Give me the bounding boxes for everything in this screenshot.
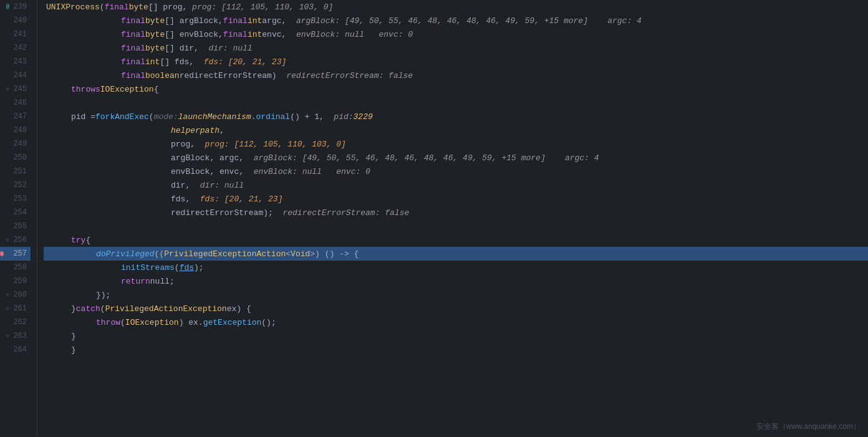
code-line-256: try { <box>44 233 868 247</box>
code-line-253: fds, fds: [20, 21, 23] <box>44 192 868 206</box>
code-line-262: throw (IOException) ex.getException(); <box>44 315 868 329</box>
line-number-263: ▽ 263 <box>0 329 31 343</box>
line-number-252: 252 <box>0 178 31 192</box>
code-area: UNIXProcess(final byte[] prog, prog: [11… <box>37 0 868 437</box>
watermark: 安全客（www.anquanke.com） <box>756 421 861 432</box>
breakpoint-257 <box>0 251 4 256</box>
line-number-258: 258 <box>0 261 31 274</box>
line-number-242: 242 <box>0 41 31 55</box>
code-line-252: dir, dir: null <box>44 178 868 192</box>
line-number-241: 241 <box>0 27 31 41</box>
code-line-260: }); <box>44 288 868 302</box>
line-numbers: @ 239 240 241 242 243 244 ▽ 245 246 <box>0 0 37 437</box>
code-line-248: helperpath, <box>44 123 868 137</box>
code-line-239: UNIXProcess(final byte[] prog, prog: [11… <box>44 0 868 14</box>
line-number-249: 249 <box>0 137 31 151</box>
line-number-256: ▽ 256 <box>0 233 31 247</box>
code-line-240: final byte[] argBlock, final int argc, a… <box>44 14 868 27</box>
line-number-251: 251 <box>0 165 31 178</box>
line-number-245: ▽ 245 <box>0 82 31 96</box>
line-number-239: @ 239 <box>0 0 31 14</box>
code-container: @ 239 240 241 242 243 244 ▽ 245 246 <box>0 0 868 437</box>
line-number-261: ▽ 261 <box>0 302 31 315</box>
fold-icon-256[interactable]: ▽ <box>4 237 11 243</box>
line-number-243: 243 <box>0 55 31 69</box>
line-number-254: 254 <box>0 206 31 219</box>
fold-icon-261[interactable]: ▽ <box>4 305 11 312</box>
code-line-259: return null; <box>44 274 868 288</box>
code-line-251: envBlock, envc, envBlock: null envc: 0 <box>44 165 868 178</box>
at-icon-239: @ <box>4 4 11 10</box>
code-line-246 <box>44 96 868 110</box>
code-line-263: } <box>44 329 868 343</box>
line-number-244: 244 <box>0 69 31 82</box>
code-line-261: } catch (PrivilegedActionException ex) { <box>44 302 868 315</box>
code-line-250: argBlock, argc, argBlock: [49, 50, 55, 4… <box>44 151 868 165</box>
code-line-247: pid = forkAndExec( mode: launchMechanism… <box>44 110 868 123</box>
code-line-243: final int[] fds, fds: [20, 21, 23] <box>44 55 868 69</box>
line-number-253: 253 <box>0 192 31 206</box>
code-line-244: final boolean redirectErrorStream) redir… <box>44 69 868 82</box>
code-line-255 <box>44 219 868 233</box>
line-number-262: 262 <box>0 315 31 329</box>
code-line-242: final byte[] dir, dir: null <box>44 41 868 55</box>
fold-icon-257[interactable]: ▽ <box>6 251 11 257</box>
line-number-259: 259 <box>0 274 31 288</box>
line-number-246: 246 <box>0 96 31 110</box>
line-number-255: 255 <box>0 219 31 233</box>
line-number-250: 250 <box>0 151 31 165</box>
fold-icon-263[interactable]: ▽ <box>4 333 11 339</box>
line-number-264: 264 <box>0 343 31 357</box>
code-line-245: throws IOException { <box>44 82 868 96</box>
line-number-248: 248 <box>0 123 31 137</box>
line-number-247: 247 <box>0 110 31 123</box>
fold-icon-260[interactable]: ▽ <box>4 292 11 298</box>
code-line-241: final byte[] envBlock, final int envc, e… <box>44 27 868 41</box>
code-line-258: initStreams(fds); <box>44 261 868 274</box>
code-line-257: doPrivileged((PrivilegedExceptionAction<… <box>44 247 868 261</box>
fold-icon-245[interactable]: ▽ <box>4 86 11 92</box>
line-number-240: 240 <box>0 14 31 27</box>
code-line-254: redirectErrorStream); redirectErrorStrea… <box>44 206 868 219</box>
line-number-260: ▽ 260 <box>0 288 31 302</box>
line-number-257: ▽ 257 <box>0 247 31 261</box>
code-line-249: prog, prog: [112, 105, 110, 103, 0] <box>44 137 868 151</box>
code-line-264: } <box>44 343 868 357</box>
